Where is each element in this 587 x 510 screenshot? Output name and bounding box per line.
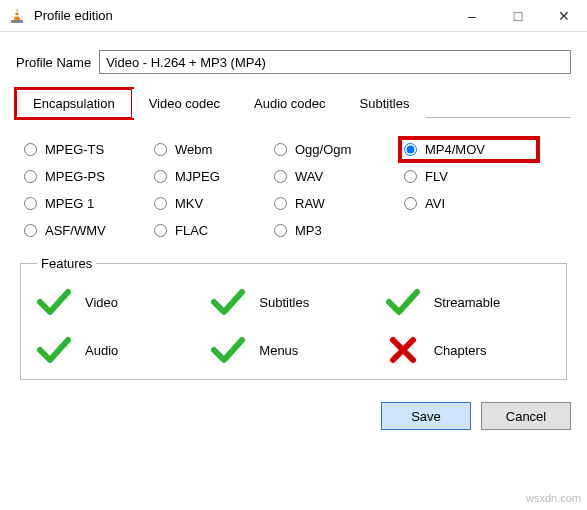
- radio-label: Ogg/Ogm: [295, 142, 351, 157]
- radio-mpeg-ts[interactable]: MPEG-TS: [24, 142, 154, 157]
- feature-streamable: Streamable: [386, 287, 550, 317]
- cross-icon: [386, 335, 420, 365]
- dialog-content: Profile Name Encapsulation Video codec A…: [0, 32, 587, 388]
- watermark: wsxdn.com: [526, 492, 581, 504]
- radio-mjpeg[interactable]: MJPEG: [154, 169, 274, 184]
- feature-audio: Audio: [37, 335, 201, 365]
- radio-label: AVI: [425, 196, 445, 211]
- feature-label: Subtitles: [259, 295, 309, 310]
- check-icon: [386, 287, 420, 317]
- features-legend: Features: [37, 256, 96, 271]
- encapsulation-options: MPEG-TS Webm Ogg/Ogm MP4/MOV MPEG-PS MJP…: [16, 118, 571, 256]
- profile-name-label: Profile Name: [16, 55, 91, 70]
- minimize-button[interactable]: –: [449, 0, 495, 32]
- svg-rect-2: [14, 15, 20, 17]
- cancel-button[interactable]: Cancel: [481, 402, 571, 430]
- radio-mp4-mov[interactable]: MP4/MOV: [404, 142, 534, 157]
- profile-name-row: Profile Name: [16, 50, 571, 74]
- feature-menus: Menus: [211, 335, 375, 365]
- tab-subtitles[interactable]: Subtitles: [343, 89, 427, 118]
- radio-flac[interactable]: FLAC: [154, 223, 274, 238]
- radio-label: RAW: [295, 196, 325, 211]
- radio-wav[interactable]: WAV: [274, 169, 404, 184]
- radio-label: MPEG 1: [45, 196, 94, 211]
- radio-avi[interactable]: AVI: [404, 196, 534, 211]
- tab-encapsulation[interactable]: Encapsulation: [16, 89, 132, 118]
- tab-audio-codec[interactable]: Audio codec: [237, 89, 343, 118]
- tab-bar: Encapsulation Video codec Audio codec Su…: [16, 88, 571, 118]
- radio-label: FLAC: [175, 223, 208, 238]
- radio-asf-wmv[interactable]: ASF/WMV: [24, 223, 154, 238]
- profile-name-input[interactable]: [99, 50, 571, 74]
- radio-flv[interactable]: FLV: [404, 169, 534, 184]
- check-icon: [37, 287, 71, 317]
- feature-label: Chapters: [434, 343, 487, 358]
- feature-label: Audio: [85, 343, 118, 358]
- titlebar: Profile edition – □ ✕: [0, 0, 587, 32]
- check-icon: [211, 335, 245, 365]
- svg-rect-3: [11, 20, 23, 23]
- radio-mpeg-ps[interactable]: MPEG-PS: [24, 169, 154, 184]
- radio-label: Webm: [175, 142, 212, 157]
- feature-label: Menus: [259, 343, 298, 358]
- radio-mpeg-1[interactable]: MPEG 1: [24, 196, 154, 211]
- radio-label: ASF/WMV: [45, 223, 106, 238]
- maximize-button[interactable]: □: [495, 0, 541, 32]
- tab-video-codec[interactable]: Video codec: [132, 89, 237, 118]
- feature-label: Streamable: [434, 295, 500, 310]
- radio-mp3[interactable]: MP3: [274, 223, 404, 238]
- window-title: Profile edition: [34, 8, 113, 23]
- radio-label: MJPEG: [175, 169, 220, 184]
- radio-mkv[interactable]: MKV: [154, 196, 274, 211]
- feature-chapters: Chapters: [386, 335, 550, 365]
- features-group: Features Video Subtitles Streamable Audi…: [20, 256, 567, 380]
- save-button[interactable]: Save: [381, 402, 471, 430]
- radio-label: MP4/MOV: [425, 142, 485, 157]
- dialog-buttons: Save Cancel: [0, 388, 587, 440]
- feature-label: Video: [85, 295, 118, 310]
- svg-rect-1: [15, 11, 19, 13]
- svg-marker-0: [14, 8, 20, 20]
- radio-raw[interactable]: RAW: [274, 196, 404, 211]
- close-button[interactable]: ✕: [541, 0, 587, 32]
- radio-label: MKV: [175, 196, 203, 211]
- radio-label: WAV: [295, 169, 323, 184]
- radio-label: MP3: [295, 223, 322, 238]
- feature-subtitles: Subtitles: [211, 287, 375, 317]
- radio-label: MPEG-PS: [45, 169, 105, 184]
- check-icon: [37, 335, 71, 365]
- radio-label: MPEG-TS: [45, 142, 104, 157]
- check-icon: [211, 287, 245, 317]
- radio-label: FLV: [425, 169, 448, 184]
- radio-webm[interactable]: Webm: [154, 142, 274, 157]
- radio-ogg[interactable]: Ogg/Ogm: [274, 142, 404, 157]
- feature-video: Video: [37, 287, 201, 317]
- vlc-cone-icon: [8, 7, 26, 25]
